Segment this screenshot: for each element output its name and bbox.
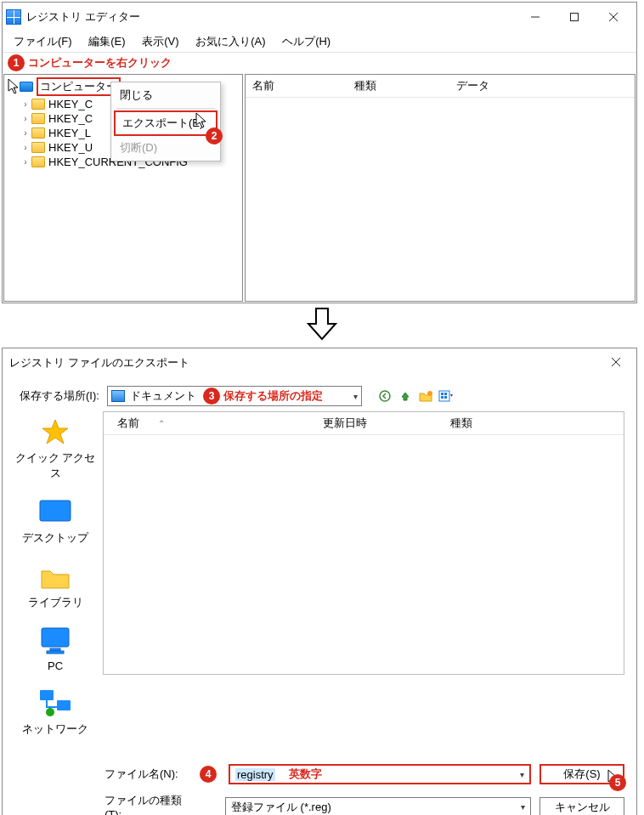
place-quickaccess[interactable]: クイック アクセス [14, 416, 96, 481]
saveloc-value: ドキュメント [130, 388, 196, 404]
saveloc-label: 保存する場所(I): [20, 388, 100, 404]
computer-icon [20, 82, 33, 92]
col-data[interactable]: データ [449, 75, 496, 97]
filename-input[interactable]: registry 英数字 ▾ [229, 764, 531, 784]
svg-rect-13 [40, 501, 71, 521]
place-library[interactable]: ライブラリ [28, 561, 83, 610]
viewmenu-icon[interactable] [438, 388, 454, 404]
col-date[interactable]: 更新日時 [316, 412, 443, 434]
col-name[interactable]: 名前 [246, 75, 347, 97]
svg-point-7 [427, 391, 432, 396]
close-button[interactable] [594, 4, 633, 30]
folder-icon [31, 99, 45, 110]
annotation-1-text: コンピューターを右クリック [28, 55, 172, 71]
up-icon[interactable] [398, 388, 413, 404]
minimize-button[interactable] [516, 4, 555, 30]
svg-rect-14 [42, 628, 69, 647]
titlebar: レジストリ エディター [3, 3, 636, 31]
col-name[interactable]: 名前⌃ [104, 412, 316, 434]
tree-root-label[interactable]: コンピューター [37, 77, 121, 96]
titlebar: レジストリ ファイルのエクスポート [3, 348, 636, 377]
saveloc-combo[interactable]: ドキュメント 3 保存する場所の指定 ▾ [107, 386, 362, 406]
separator [116, 108, 215, 109]
menu-view[interactable]: 表示(V) [135, 32, 185, 51]
folder-icon [31, 142, 45, 153]
maximize-button[interactable] [555, 4, 594, 30]
folder-icon [31, 127, 45, 139]
back-icon[interactable] [377, 388, 393, 404]
save-button[interactable]: 保存(S) 5 [539, 764, 624, 784]
folder-icon [31, 156, 45, 167]
export-dialog: レジストリ ファイルのエクスポート 保存する場所(I): ドキュメント 3 保存… [2, 348, 637, 815]
filename-value: registry [235, 768, 275, 781]
chevron-down-icon[interactable]: ▾ [520, 770, 524, 779]
col-type[interactable]: 種類 [443, 412, 479, 434]
badge-4: 4 [200, 766, 217, 783]
dialog-title: レジストリ ファイルのエクスポート [6, 355, 599, 371]
filetype-combo[interactable]: 登録ファイル (*.reg) ▾ [225, 797, 531, 816]
filelist-headers: 名前⌃ 更新日時 種類 [104, 412, 624, 435]
ctx-export[interactable]: エクスポート(E) 2 [114, 110, 217, 136]
annotation-1: 1 コンピューターを右クリック [3, 53, 636, 73]
documents-icon [111, 390, 125, 402]
filetype-label: ファイルの種類(T): [105, 793, 191, 815]
registry-editor-window: レジストリ エディター ファイル(F) 編集(E) 表示(V) お気に入り(A)… [2, 2, 637, 303]
svg-rect-9 [441, 393, 443, 395]
chevron-down-icon[interactable]: ▾ [521, 802, 525, 812]
svg-point-6 [380, 391, 390, 401]
cursor-icon [195, 112, 209, 129]
badge-1: 1 [8, 54, 25, 71]
svg-rect-16 [47, 651, 64, 654]
menubar: ファイル(F) 編集(E) 表示(V) お気に入り(A) ヘルプ(H) [3, 31, 636, 53]
place-network[interactable]: ネットワーク [22, 688, 88, 737]
registry-tree[interactable]: ⌄ コンピューター ›HKEY_C ›HKEY_C ›HKEY_L ›HKEY_… [3, 74, 243, 302]
value-list[interactable]: 名前 種類 データ [245, 74, 636, 302]
column-headers: 名前 種類 データ [246, 75, 635, 98]
annotation-3-text: 保存する場所の指定 [223, 388, 323, 404]
newfolder-icon[interactable] [418, 388, 433, 404]
filetype-value: 登録ファイル (*.reg) [231, 800, 331, 815]
svg-rect-18 [57, 700, 71, 710]
svg-rect-10 [444, 393, 447, 395]
badge-2: 2 [206, 127, 223, 144]
nav-toolbar [377, 388, 454, 404]
svg-point-19 [46, 708, 54, 716]
folder-icon [31, 113, 45, 124]
sort-indicator-icon: ⌃ [151, 416, 172, 432]
filename-label: ファイル名(N): [105, 767, 191, 782]
cancel-button[interactable]: キャンセル [539, 797, 624, 816]
chevron-down-icon[interactable]: ▾ [353, 392, 358, 401]
window-title: レジストリ エディター [26, 9, 516, 25]
badge-5: 5 [609, 774, 626, 791]
svg-rect-12 [444, 396, 447, 399]
ctx-disconnect: 切断(D) [113, 137, 218, 159]
places-bar: クイック アクセス デスクトップ ライブラリ PC ネットワーク [14, 411, 96, 752]
annotation-4-text: 英数字 [289, 767, 322, 782]
place-desktop[interactable]: デスクトップ [22, 496, 88, 546]
col-type[interactable]: 種類 [347, 75, 449, 97]
menu-edit[interactable]: 編集(E) [82, 32, 132, 51]
cursor-icon [8, 78, 21, 95]
ctx-collapse[interactable]: 閉じる [113, 84, 218, 106]
badge-3: 3 [203, 388, 220, 405]
place-pc[interactable]: PC [37, 625, 73, 672]
context-menu: 閉じる エクスポート(E) 2 切断(D) [110, 82, 221, 161]
file-list[interactable]: 名前⌃ 更新日時 種類 [103, 411, 624, 675]
svg-rect-11 [441, 396, 443, 399]
close-button[interactable] [599, 357, 633, 370]
arrow-down-icon [305, 307, 339, 341]
menu-file[interactable]: ファイル(F) [7, 32, 79, 51]
menu-help[interactable]: ヘルプ(H) [275, 32, 337, 51]
svg-rect-1 [571, 14, 579, 21]
regedit-icon [6, 9, 21, 25]
svg-rect-17 [40, 690, 54, 700]
menu-favorites[interactable]: お気に入り(A) [189, 32, 272, 51]
